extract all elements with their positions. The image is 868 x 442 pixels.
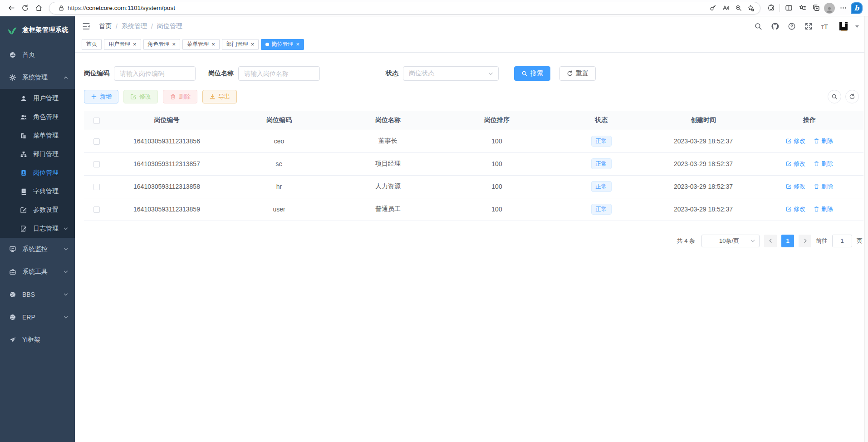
row-delete-link[interactable]: 删除 <box>814 182 833 191</box>
favorites-icon[interactable] <box>795 2 809 15</box>
tab-menu-mgmt[interactable]: 菜单管理× <box>182 39 220 50</box>
table-row: 1641030593112313859 user 普通员工 100 正常 202… <box>84 198 863 221</box>
page-number-1[interactable]: 1 <box>781 235 794 247</box>
row-checkbox[interactable] <box>93 161 100 167</box>
breadcrumb-post-mgmt: 岗位管理 <box>157 22 182 30</box>
sidebar-item-system-tools[interactable]: 系统工具 <box>0 260 75 283</box>
close-icon[interactable]: × <box>133 41 137 47</box>
col-post-code: 岗位编码 <box>225 111 333 130</box>
chevron-down-icon <box>63 246 69 252</box>
row-edit-link[interactable]: 修改 <box>786 160 805 168</box>
topbar-actions: TT <box>754 20 859 33</box>
add-favorite-icon[interactable] <box>745 3 757 14</box>
close-icon[interactable]: × <box>172 41 176 47</box>
search-icon[interactable] <box>754 22 762 30</box>
close-icon[interactable]: × <box>296 41 299 47</box>
font-size-icon[interactable]: TT <box>821 23 828 30</box>
avatar-caret-icon[interactable] <box>855 25 859 28</box>
post-name-input[interactable] <box>238 66 320 81</box>
status-select[interactable]: 岗位状态 <box>403 66 499 81</box>
export-button[interactable]: 导出 <box>202 90 237 103</box>
refresh-table-button[interactable] <box>845 90 859 103</box>
close-icon[interactable]: × <box>211 41 215 47</box>
bing-chat-icon[interactable]: b <box>850 2 863 15</box>
reset-button[interactable]: 重置 <box>559 66 596 81</box>
row-delete-link[interactable]: 删除 <box>814 205 833 213</box>
refresh-icon <box>849 93 855 100</box>
browser-refresh-button[interactable] <box>18 2 32 15</box>
tab-home[interactable]: 首页 <box>82 39 102 50</box>
sidebar-item-erp[interactable]: ERP <box>0 306 75 329</box>
sidebar-item-dept-mgmt[interactable]: 部门管理 <box>0 145 75 163</box>
sidebar-item-param-settings[interactable]: 参数设置 <box>0 201 75 219</box>
delete-button[interactable]: 删除 <box>163 90 197 103</box>
breadcrumb: 首页 / 系统管理 / 岗位管理 <box>99 22 182 30</box>
add-button[interactable]: 新增 <box>84 90 118 103</box>
goto-page-input[interactable] <box>832 235 852 247</box>
sidebar: 意框架管理系统 首页 系统管理 用户管理 角色管理 <box>0 16 75 442</box>
table-tools <box>828 90 863 103</box>
sidebar-item-bbs[interactable]: BBS <box>0 283 75 306</box>
filter-form: 岗位编码 岗位名称 状态 岗位状态 搜索 重置 <box>84 66 863 81</box>
sidebar-item-dict-mgmt[interactable]: 字典管理 <box>0 182 75 201</box>
show-search-button[interactable] <box>828 90 841 103</box>
breadcrumb-home[interactable]: 首页 <box>99 22 112 30</box>
tab-role-mgmt[interactable]: 角色管理× <box>143 39 181 50</box>
password-key-icon[interactable] <box>706 3 719 14</box>
sidebar-item-user-mgmt[interactable]: 用户管理 <box>0 89 75 108</box>
chevron-down-icon <box>63 314 69 320</box>
chevron-down-icon <box>750 238 755 244</box>
row-delete-link[interactable]: 删除 <box>814 160 833 168</box>
row-checkbox[interactable] <box>93 138 100 145</box>
close-icon[interactable]: × <box>251 41 255 47</box>
post-code-label: 岗位编码 <box>84 69 109 78</box>
page-size-select[interactable]: 10条/页 <box>701 235 760 247</box>
search-button[interactable]: 搜索 <box>514 66 550 81</box>
sidebar-item-home[interactable]: 首页 <box>0 44 75 66</box>
user-avatar[interactable] <box>837 20 850 33</box>
sidebar-item-log-mgmt[interactable]: 日志管理 <box>0 219 75 238</box>
next-page-button[interactable] <box>799 235 811 247</box>
trash-icon <box>814 138 819 144</box>
tab-dept-mgmt[interactable]: 部门管理× <box>222 39 259 50</box>
trash-icon <box>814 183 819 189</box>
help-icon[interactable] <box>788 22 796 30</box>
sidebar-item-system-monitor[interactable]: 系统监控 <box>0 238 75 260</box>
github-icon[interactable] <box>771 22 779 30</box>
tab-post-mgmt[interactable]: 岗位管理× <box>261 39 304 50</box>
split-screen-icon[interactable] <box>782 2 795 15</box>
extensions-icon[interactable] <box>764 2 778 15</box>
sidebar-item-post-mgmt[interactable]: 岗位管理 <box>0 163 75 182</box>
row-edit-link[interactable]: 修改 <box>786 205 805 213</box>
row-edit-link[interactable]: 修改 <box>786 182 805 191</box>
sidebar-item-role-mgmt[interactable]: 角色管理 <box>0 108 75 126</box>
collections-icon[interactable] <box>809 2 823 15</box>
download-icon <box>209 93 216 100</box>
address-bar[interactable]: https://ccnetcore.com:1101/system/post <box>49 2 760 15</box>
tab-user-mgmt[interactable]: 用户管理× <box>104 39 141 50</box>
edit-button[interactable]: 修改 <box>123 90 158 103</box>
browser-home-button[interactable] <box>32 2 45 15</box>
browser-back-button[interactable] <box>5 2 18 15</box>
url-text[interactable]: https://ccnetcore.com:1101/system/post <box>68 5 706 11</box>
sidebar-item-yi-framework[interactable]: Yi框架 <box>0 329 75 351</box>
sidebar-item-menu-mgmt[interactable]: 菜单管理 <box>0 126 75 145</box>
status-label: 状态 <box>386 69 398 78</box>
lock-icon[interactable] <box>55 3 68 14</box>
read-aloud-icon[interactable] <box>719 3 732 14</box>
prev-page-button[interactable] <box>764 235 777 247</box>
post-code-input[interactable] <box>114 66 196 81</box>
sidebar-collapse-icon[interactable] <box>82 21 92 31</box>
row-delete-link[interactable]: 删除 <box>814 137 833 145</box>
select-all-checkbox[interactable] <box>93 118 100 124</box>
browser-menu-icon[interactable] <box>836 2 850 15</box>
row-checkbox[interactable] <box>93 206 100 213</box>
scrollbar[interactable] <box>864 16 868 442</box>
chevron-down-icon <box>63 292 69 297</box>
sidebar-item-system-mgmt[interactable]: 系统管理 <box>0 66 75 89</box>
fullscreen-icon[interactable] <box>804 22 813 30</box>
row-checkbox[interactable] <box>93 184 100 190</box>
profile-avatar[interactable] <box>823 2 836 15</box>
row-edit-link[interactable]: 修改 <box>786 137 805 145</box>
zoom-out-icon[interactable] <box>732 3 745 14</box>
